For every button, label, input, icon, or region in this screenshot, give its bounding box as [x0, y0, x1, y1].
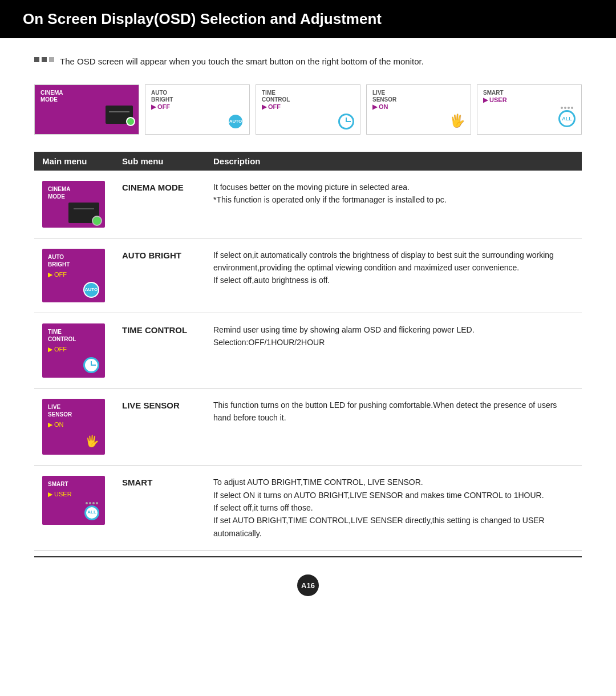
cinema-big-icon [68, 203, 99, 223]
table-row-auto-bright: AUTOBRIGHT ▶ OFF AUTO AUTO BRIGHT If sel… [34, 238, 582, 313]
live-sensor-value: ▶ ON [372, 103, 465, 111]
time-control-label: TIME CONTROL [122, 325, 187, 335]
mini-card-live-title: LIVESENSOR [48, 403, 99, 418]
desc-smart: To adjust AUTO BRIGHT,TIME CONTROL, LIVE… [205, 466, 582, 551]
hand-icon: 🖐 [449, 114, 465, 128]
desc-time-control: Remind user using time by showing alarm … [205, 313, 582, 389]
main-menu-live-sensor: LIVESENSOR ▶ ON 🖐 [34, 388, 114, 466]
mini-card-time-title: TIMECONTROL [48, 328, 99, 343]
bullet-2 [42, 57, 47, 62]
intro-section: The OSD screen will appear when you touc… [34, 55, 582, 68]
smart-label: SMART [122, 478, 152, 487]
mini-card-auto-title: AUTOBRIGHT [48, 253, 99, 268]
top-icon-row: CINEMAMODE AUTOBRIGHT ▶ OFF AUTO TIMECON… [34, 84, 582, 135]
bottom-rule [34, 556, 582, 557]
sub-menu-cinema: CINEMA MODE [114, 171, 205, 238]
time-control-card-label: TIMECONTROL [262, 90, 354, 103]
main-menu-cinema: CINEMAMODE [34, 171, 114, 238]
desc-auto-bright: If select on,it automatically controls t… [205, 238, 582, 313]
bullet-3 [49, 57, 54, 62]
mini-card-smart: SMART ▶ USER ALL [42, 476, 105, 525]
main-menu-time-control: TIMECONTROL ▶ OFF [34, 313, 114, 389]
top-card-smart[interactable]: SMART ▶ USER ALL [477, 84, 582, 135]
top-card-live-sensor[interactable]: LIVESENSOR ▶ ON 🖐 [366, 84, 471, 135]
hand-icon-table: 🖐 [85, 432, 99, 450]
table-row-cinema: CINEMAMODE CINEMA MODE It focuses better… [34, 171, 582, 238]
cinema-icon [106, 106, 133, 124]
page-header: On Screen Display(OSD) Selection and Adj… [0, 0, 616, 38]
all-circle-table: ALL [84, 505, 99, 520]
magnifier-icon [126, 117, 135, 126]
main-menu-auto-bright: AUTOBRIGHT ▶ OFF AUTO [34, 238, 114, 313]
mini-card-smart-title: SMART [48, 480, 99, 488]
auto-icon: AUTO [228, 114, 244, 130]
col-main-menu: Main menu [34, 152, 114, 171]
dots-decoration [561, 107, 573, 109]
page-number-badge: A16 [297, 574, 319, 596]
mini-card-live-sensor: LIVESENSOR ▶ ON 🖐 [42, 399, 105, 455]
table-row-time-control: TIMECONTROL ▶ OFF TIME CONTROL Remind us… [34, 313, 582, 389]
top-card-auto-bright[interactable]: AUTOBRIGHT ▶ OFF AUTO [145, 84, 250, 135]
live-sensor-label: LIVE SENSOR [122, 400, 180, 410]
mini-card-time-control: TIMECONTROL ▶ OFF [42, 323, 105, 378]
bullet-1 [34, 57, 39, 62]
desc-cinema: It focuses better on the moving picture … [205, 171, 582, 238]
mini-card-smart-value: ▶ USER [48, 489, 99, 500]
mini-card-cinema: CINEMAMODE [42, 181, 105, 228]
mini-card-cinema-title: CINEMAMODE [48, 185, 99, 200]
table-header: Main menu Sub menu Description [34, 152, 582, 171]
sub-menu-smart: SMART [114, 466, 205, 551]
all-circle-icon: ALL [558, 110, 576, 127]
auto-bright-icon: AUTO [83, 282, 99, 298]
smart-card-label: SMART [483, 90, 576, 96]
auto-bright-value: ▶ OFF [151, 103, 244, 111]
desc-live-sensor: This function turns on the button LED fo… [205, 388, 582, 466]
mini-card-live-value: ▶ ON [48, 420, 99, 430]
mini-card-auto-value: ▶ OFF [48, 270, 99, 280]
top-card-time-control[interactable]: TIMECONTROL ▶ OFF [256, 84, 360, 135]
auto-bright-card-label: AUTOBRIGHT [151, 90, 244, 103]
page-title: On Screen Display(OSD) Selection and Adj… [23, 10, 382, 27]
intro-text: The OSD screen will appear when you touc… [60, 55, 424, 68]
col-sub-menu: Sub menu [114, 152, 205, 171]
dots-smart-table [86, 502, 98, 504]
page-number-area: A16 [34, 563, 582, 602]
mini-card-time-value: ▶ OFF [48, 345, 99, 355]
clock-icon [338, 114, 354, 130]
sub-menu-auto-bright: AUTO BRIGHT [114, 238, 205, 313]
page-number: A16 [301, 581, 315, 590]
live-sensor-card-label: LIVESENSOR [372, 90, 465, 103]
main-menu-smart: SMART ▶ USER ALL [34, 466, 114, 551]
cinema-mode-label: CINEMA MODE [122, 183, 184, 192]
time-control-value: ▶ OFF [262, 103, 354, 111]
col-description: Description [205, 152, 582, 171]
sub-menu-time-control: TIME CONTROL [114, 313, 205, 389]
sub-menu-live-sensor: LIVE SENSOR [114, 388, 205, 466]
table-row-smart: SMART ▶ USER ALL [34, 466, 582, 551]
clock-icon-table [83, 357, 99, 373]
top-card-cinema[interactable]: CINEMAMODE [34, 84, 139, 135]
cinema-card-label: CINEMAMODE [40, 90, 133, 103]
auto-bright-label: AUTO BRIGHT [122, 250, 181, 260]
table-row-live-sensor: LIVESENSOR ▶ ON 🖐 LIVE SENSOR This funct… [34, 388, 582, 466]
smart-value: ▶ USER [483, 96, 576, 104]
mini-card-auto-bright: AUTOBRIGHT ▶ OFF AUTO [42, 249, 105, 303]
magnifier-big-icon [92, 216, 102, 226]
intro-bullets [34, 57, 54, 62]
main-table: Main menu Sub menu Description CINEMAMOD… [34, 152, 582, 551]
